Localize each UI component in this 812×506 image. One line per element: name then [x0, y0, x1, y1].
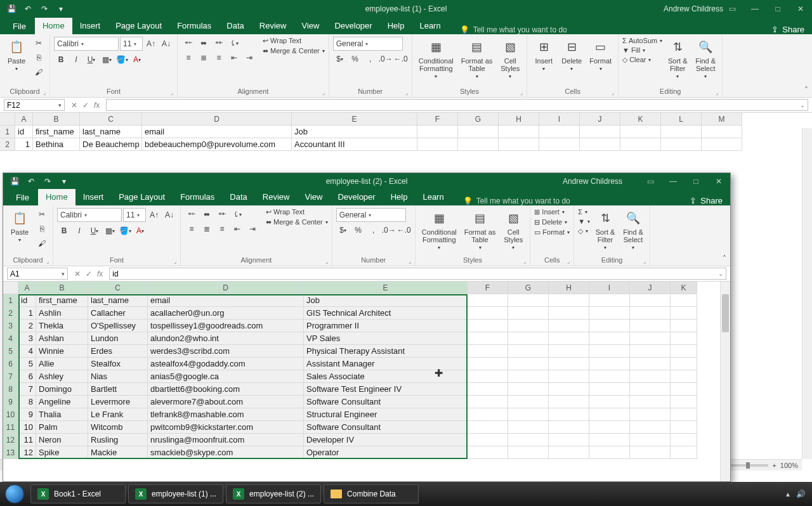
- column-header[interactable]: G: [508, 282, 549, 294]
- taskbar-item[interactable]: Xemployee-list (1) ...: [128, 484, 223, 503]
- autosum-button[interactable]: Σ ▾: [578, 208, 590, 216]
- cell[interactable]: [630, 446, 671, 459]
- system-tray[interactable]: ▴ 🔊: [780, 490, 812, 498]
- cell[interactable]: [549, 332, 589, 345]
- accounting-format-icon[interactable]: $▾: [333, 53, 347, 65]
- align-center-icon[interactable]: ≣: [197, 51, 211, 64]
- cell[interactable]: [549, 307, 589, 320]
- cell[interactable]: [702, 138, 742, 151]
- increase-decimal-icon[interactable]: .0→: [379, 53, 393, 65]
- orientation-icon[interactable]: ⤹▾: [230, 208, 244, 221]
- decrease-font-icon[interactable]: A↓: [159, 37, 173, 50]
- fill-color-button[interactable]: 🪣▾: [115, 53, 129, 66]
- cell[interactable]: [549, 294, 589, 307]
- cell[interactable]: 9: [18, 408, 36, 421]
- cell[interactable]: [661, 126, 702, 138]
- format-cells-button[interactable]: ▭Format▾: [587, 37, 614, 73]
- cell[interactable]: [549, 370, 589, 383]
- cell[interactable]: Software Consultant: [304, 421, 468, 434]
- font-color-button[interactable]: A▾: [130, 53, 144, 66]
- copy-button[interactable]: ⎘: [35, 223, 49, 235]
- cell[interactable]: [702, 126, 742, 138]
- cell[interactable]: Bartlett: [88, 383, 148, 396]
- cell[interactable]: Physical Therapy Assistant: [304, 345, 468, 358]
- column-header[interactable]: G: [458, 113, 499, 126]
- decrease-indent-icon[interactable]: ⇤: [227, 51, 241, 64]
- cell[interactable]: [468, 307, 508, 320]
- cell[interactable]: [630, 408, 671, 421]
- cell[interactable]: Le Frank: [88, 408, 148, 421]
- column-header[interactable]: A: [15, 113, 33, 126]
- cell[interactable]: [549, 358, 589, 370]
- qat-customize-icon[interactable]: ▾: [55, 3, 67, 15]
- taskbar-item[interactable]: Xemployee-list (2) ...: [226, 484, 321, 503]
- row-header[interactable]: 1: [3, 294, 18, 307]
- cell-styles-button[interactable]: ▧Cell Styles▾: [497, 37, 523, 81]
- cell[interactable]: [539, 138, 580, 151]
- paste-button[interactable]: 📋Paste▾: [4, 37, 29, 73]
- cell[interactable]: [580, 126, 620, 138]
- column-header[interactable]: K: [671, 282, 697, 294]
- insert-cells-button[interactable]: ⊞ Insert ▾: [534, 208, 570, 216]
- cell[interactable]: [589, 408, 630, 421]
- name-box[interactable]: F12: [4, 99, 65, 111]
- row-header[interactable]: 13: [3, 446, 18, 459]
- tab-file[interactable]: File: [7, 190, 38, 205]
- cell[interactable]: [630, 320, 671, 332]
- ribbon-display-icon[interactable]: ▭: [639, 172, 662, 190]
- cell[interactable]: [468, 446, 508, 459]
- cell[interactable]: Palm: [36, 421, 88, 434]
- column-header[interactable]: C: [88, 282, 148, 294]
- increase-indent-icon[interactable]: ⇥: [246, 223, 259, 235]
- cell[interactable]: tlefrank8@mashable.com: [148, 408, 304, 421]
- fill-color-button[interactable]: 🪣▾: [118, 224, 132, 237]
- paste-button[interactable]: 📋Paste▾: [7, 208, 32, 244]
- enter-formula-icon[interactable]: ✓: [82, 101, 89, 110]
- cell[interactable]: email: [148, 294, 304, 307]
- cell[interactable]: [468, 434, 508, 446]
- cell[interactable]: VP Sales: [304, 332, 468, 345]
- cell[interactable]: [671, 320, 697, 332]
- expand-formula-icon[interactable]: ⌄: [800, 101, 805, 108]
- column-header[interactable]: B: [33, 113, 80, 126]
- cell[interactable]: [417, 138, 458, 151]
- ribbon-display-icon[interactable]: ▭: [721, 0, 743, 18]
- cell[interactable]: Allie: [36, 358, 88, 370]
- sort-filter-button[interactable]: ⇅Sort & Filter▾: [593, 208, 618, 252]
- row-header[interactable]: 12: [3, 434, 18, 446]
- row-header[interactable]: 7: [3, 370, 18, 383]
- cell[interactable]: [630, 421, 671, 434]
- font-size-select[interactable]: 11: [120, 37, 143, 51]
- cell[interactable]: 10: [18, 421, 36, 434]
- cell[interactable]: [589, 345, 630, 358]
- italic-button[interactable]: I: [69, 53, 83, 66]
- share-button[interactable]: ⇪Share: [690, 196, 723, 205]
- comma-format-icon[interactable]: ,: [367, 224, 381, 237]
- tab-view[interactable]: View: [294, 18, 327, 34]
- tab-insert[interactable]: Insert: [72, 18, 108, 34]
- worksheet[interactable]: ABCDEFGHIJK1idfirst_namelast_nameemailJo…: [3, 282, 730, 481]
- tab-developer[interactable]: Developer: [327, 18, 379, 34]
- zoom-level[interactable]: 100%: [780, 462, 798, 469]
- cell[interactable]: [630, 396, 671, 408]
- cell[interactable]: [671, 446, 697, 459]
- column-header[interactable]: K: [620, 113, 661, 126]
- number-format-select[interactable]: General: [333, 37, 403, 51]
- cell[interactable]: Ashley: [36, 370, 88, 383]
- align-center-icon[interactable]: ≣: [200, 223, 214, 235]
- increase-decimal-icon[interactable]: .0→: [382, 224, 396, 237]
- cell[interactable]: [549, 421, 589, 434]
- tab-review[interactable]: Review: [252, 18, 294, 34]
- name-box[interactable]: A1: [7, 268, 68, 280]
- border-button[interactable]: ▦▾: [100, 53, 114, 66]
- cell[interactable]: Spike: [36, 446, 88, 459]
- format-as-table-button[interactable]: ▤Format as Table▾: [459, 37, 495, 81]
- decrease-decimal-icon[interactable]: ←.0: [394, 53, 408, 65]
- cell[interactable]: 11: [18, 434, 36, 446]
- cell[interactable]: Levermore: [88, 396, 148, 408]
- number-format-select[interactable]: General: [336, 208, 406, 222]
- find-select-button[interactable]: 🔍Find & Select▾: [620, 208, 646, 252]
- cell[interactable]: astealfox4@godaddy.com: [148, 358, 304, 370]
- cell[interactable]: 3: [18, 332, 36, 345]
- tab-learn[interactable]: Learn: [412, 18, 448, 34]
